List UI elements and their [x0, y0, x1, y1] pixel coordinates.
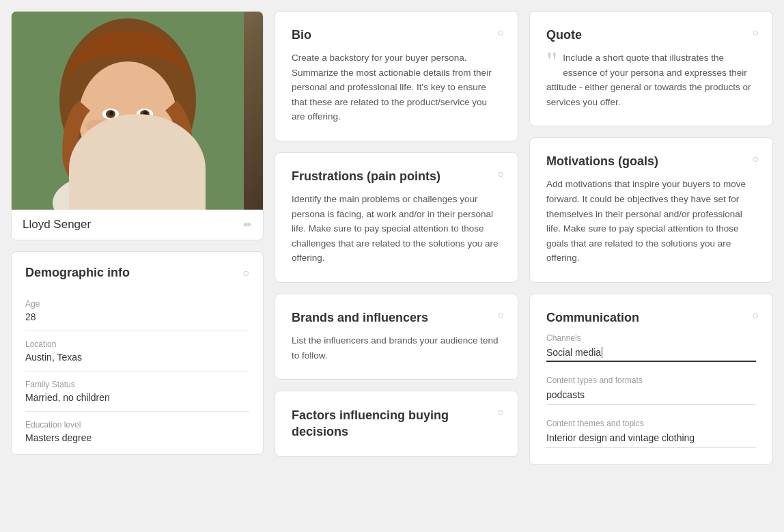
profile-name: Lloyd Senger	[23, 218, 91, 232]
content-themes-section: Content themes and topics Interior desig…	[546, 419, 756, 448]
age-field: Age 28	[25, 291, 249, 331]
family-status-value: Married, no children	[25, 392, 249, 403]
svg-point-8	[143, 111, 148, 115]
demographic-bulb-icon[interactable]: ○	[242, 267, 249, 279]
family-status-label: Family Status	[25, 380, 249, 389]
svg-point-6	[140, 110, 150, 118]
channels-input-row[interactable]: Social media	[546, 347, 756, 362]
quote-bulb-icon[interactable]: ○	[752, 27, 759, 39]
bio-body: Create a backstory for your buyer person…	[292, 51, 501, 124]
svg-point-7	[109, 111, 113, 115]
education-label: Education level	[25, 420, 249, 430]
demographic-card: Demographic info ○ Age 28 Location Austi…	[11, 251, 264, 455]
education-field: Education level Masters degree	[25, 412, 249, 454]
channels-label: Channels	[546, 333, 756, 343]
avatar	[12, 12, 263, 210]
frustrations-bulb-icon[interactable]: ○	[497, 168, 504, 180]
channels-value: Social media	[546, 347, 601, 358]
svg-point-9	[53, 169, 203, 210]
factors-bulb-icon[interactable]: ○	[497, 406, 504, 419]
content-themes-value: Interior design and vintage clothing	[546, 432, 756, 448]
frustrations-card: ○ Frustrations (pain points) Identify th…	[275, 152, 518, 283]
quote-mark: "	[546, 48, 557, 75]
brands-title: Brands and influencers	[292, 311, 501, 325]
motivations-card: ○ Motivations (goals) Add motivations th…	[529, 137, 773, 283]
education-value: Masters degree	[25, 432, 249, 443]
text-cursor	[602, 347, 602, 358]
demographic-header: Demographic info ○	[25, 266, 249, 280]
svg-point-17	[86, 120, 108, 133]
quote-text: Include a short quote that illustrates t…	[546, 53, 751, 107]
svg-point-16	[132, 199, 137, 204]
bio-title: Bio	[292, 28, 501, 42]
quote-title: Quote	[546, 28, 756, 42]
quote-card: ○ Quote " Include a short quote that ill…	[529, 11, 773, 126]
content-types-value: podcasts	[546, 389, 756, 405]
frustrations-title: Frustrations (pain points)	[292, 169, 501, 184]
motivations-title: Motivations (goals)	[546, 154, 756, 169]
communication-card: ○ Communication Channels Social media Co…	[529, 294, 773, 465]
frustrations-body: Identify the main problems or challenges…	[292, 192, 501, 266]
svg-point-12	[126, 188, 130, 193]
age-value: 28	[25, 311, 249, 322]
bio-bulb-icon[interactable]: ○	[497, 27, 504, 39]
middle-column: ○ Bio Create a backstory for your buyer …	[275, 11, 518, 465]
channels-section: Channels Social media	[546, 333, 756, 362]
svg-point-2	[79, 61, 177, 173]
brands-bulb-icon[interactable]: ○	[497, 309, 504, 322]
communication-bulb-icon[interactable]: ○	[752, 309, 759, 322]
motivations-body: Add motivations that inspire your buyers…	[546, 177, 756, 266]
profile-card: Lloyd Senger ✏	[11, 11, 264, 240]
profile-name-row: Lloyd Senger ✏	[12, 210, 263, 240]
communication-title: Communication	[546, 311, 756, 325]
svg-point-14	[146, 187, 150, 191]
right-column: ○ Quote " Include a short quote that ill…	[529, 11, 773, 465]
location-label: Location	[25, 339, 249, 349]
motivations-bulb-icon[interactable]: ○	[752, 153, 759, 165]
brands-body: List the influencers and brands your aud…	[292, 333, 501, 363]
left-column: Lloyd Senger ✏ Demographic info ○ Age 28…	[11, 11, 264, 465]
demographic-title: Demographic info	[25, 266, 130, 280]
content-themes-label: Content themes and topics	[546, 419, 756, 428]
svg-point-15	[119, 201, 123, 205]
location-field: Location Austin, Texas	[25, 331, 249, 372]
bio-card: ○ Bio Create a backstory for your buyer …	[275, 11, 518, 141]
svg-point-18	[148, 120, 169, 133]
factors-card: ○ Factors influencing buying decisions	[275, 391, 518, 457]
svg-point-10	[105, 191, 109, 195]
age-label: Age	[25, 299, 249, 309]
quote-body: " Include a short quote that illustrates…	[546, 51, 756, 109]
content-types-section: Content types and formats podcasts	[546, 376, 756, 405]
svg-point-11	[115, 195, 120, 199]
location-value: Austin, Texas	[25, 352, 249, 363]
factors-title: Factors influencing buying decisions	[292, 408, 501, 440]
family-status-field: Family Status Married, no children	[25, 372, 249, 412]
edit-icon[interactable]: ✏	[244, 219, 252, 230]
svg-point-13	[136, 194, 140, 198]
brands-card: ○ Brands and influencers List the influe…	[275, 294, 518, 380]
content-types-label: Content types and formats	[546, 376, 756, 385]
